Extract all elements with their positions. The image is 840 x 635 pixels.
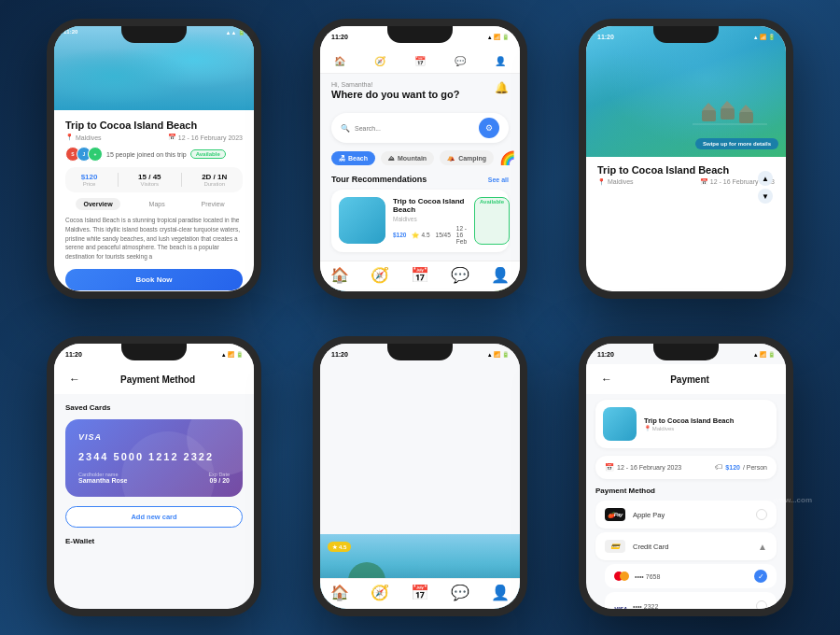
p5-bottom-nav: 🏠 🧭 📅 💬 👤 — [320, 578, 520, 609]
phone6-notch — [653, 344, 719, 360]
phone4-notch — [121, 344, 187, 360]
phone3-screen: 11:20 ▲ 📶 🔋 Swipe up for more details — [586, 26, 786, 291]
down-arrow-icon[interactable]: ▼ — [758, 189, 773, 204]
p6-trip-meta: 📅 12 - 16 February 2023 🏷 $120 / Person — [595, 456, 777, 479]
p5-compass-icon[interactable]: 🧭 — [371, 584, 389, 601]
category-mountain[interactable]: ⛰ Mountain — [381, 151, 434, 165]
bell-icon[interactable]: 🔔 — [495, 81, 509, 94]
chevron-up-icon: ▲ — [758, 542, 767, 552]
p6-price-meta: 🏷 $120 / Person — [715, 463, 767, 472]
p2-heading: Where do you want to go? — [331, 89, 460, 100]
ewallet-label: E-Wallet — [65, 537, 243, 545]
p2-bottom-nav: 🏠 🧭 📅 💬 👤 — [320, 261, 520, 291]
tab-overview[interactable]: Overview — [76, 198, 119, 210]
water-villas-svg — [693, 92, 767, 138]
apple-pay-label: Apple Pay — [633, 511, 749, 519]
p5-profile-icon[interactable]: 👤 — [491, 584, 510, 601]
tours-section-title: Tour Recommendations — [331, 175, 427, 184]
category-camping[interactable]: ⛺ Camping — [440, 150, 494, 165]
p5-calendar-icon[interactable]: 📅 — [411, 584, 429, 601]
scroll-arrows: ▲ ▼ — [758, 171, 773, 204]
p3-location-row: 📍 Maldives 📅 12 - 16 February 2023 — [597, 178, 775, 186]
tour-meta: $120 ⭐ 4.5 15/45 12 - 16 Feb — [393, 225, 467, 245]
credit-card-label: Credit Card — [633, 543, 750, 551]
bottom-calendar-icon[interactable]: 📅 — [411, 266, 429, 284]
bottom-home-icon[interactable]: 🏠 — [330, 266, 349, 284]
p4-back-button[interactable]: ← — [65, 370, 84, 388]
svg-marker-7 — [702, 103, 716, 110]
p5-status-icons: ▲ 📶 🔋 — [487, 351, 509, 358]
p6-mastercard-option[interactable]: •••• 7658 ✓ — [605, 564, 777, 588]
phone-payment-method: 11:20 ▲ 📶 🔋 ← Payment Method Saved Cards… — [47, 336, 261, 616]
p4-header: ← Payment Method — [54, 364, 254, 394]
phone5-notch — [387, 344, 453, 360]
card-footer: Cardholder name Samantha Rose Exp Date 0… — [78, 472, 230, 484]
p4-time: 11:20 — [65, 351, 82, 358]
phone6-screen: 11:20 ▲ 📶 🔋 ← Payment Trip to Cocoa Isla… — [586, 344, 786, 609]
p1-location-text: Maldives — [76, 134, 102, 141]
book-now-button[interactable]: Book Now — [65, 269, 243, 290]
p5-home-icon[interactable]: 🏠 — [330, 584, 349, 601]
svg-rect-10 — [739, 112, 753, 123]
saved-cards-label: Saved Cards — [65, 403, 243, 412]
p1-location-row: 📍 Maldives 📅 12 - 16 February 2023 — [65, 134, 243, 141]
nav-chat-icon[interactable]: 💬 — [452, 52, 469, 69]
p2-body: Hi, Samantha! Where do you want to go? 🔔… — [320, 74, 520, 291]
p4-status-icons: ▲ 📶 🔋 — [221, 351, 243, 358]
up-arrow-icon[interactable]: ▲ — [758, 171, 773, 186]
bottom-chat-icon[interactable]: 💬 — [451, 266, 469, 284]
visa-card-number: •••• 2322 — [633, 603, 750, 610]
bottom-profile-icon[interactable]: 👤 — [491, 266, 510, 284]
nav-calendar-icon[interactable]: 📅 — [412, 52, 428, 69]
tour-card[interactable]: Trip to Cocoa Island Beach Maldives $120… — [331, 190, 509, 252]
more-categories-icon[interactable]: 🌈 — [499, 150, 515, 165]
nav-compass-icon[interactable]: 🧭 — [371, 52, 388, 69]
phone-main-search: 11:20 ▲ 📶 🔋 🏠 🧭 📅 💬 👤 Hi, Samantha! Wher… — [313, 19, 527, 299]
p5-chat-icon[interactable]: 💬 — [451, 584, 469, 601]
category-beach[interactable]: 🏖 Beach — [331, 151, 375, 165]
camping-icon: ⛺ — [447, 154, 455, 162]
duration-value: 2D / 1N — [202, 173, 227, 181]
p6-apple-pay-option[interactable]: 🍎 Pay Apple Pay — [595, 501, 777, 529]
p4-header-title: Payment Method — [91, 374, 224, 385]
tours-see-all[interactable]: See all — [488, 176, 509, 183]
mastercard-number: •••• 7658 — [635, 573, 749, 580]
price-label: Price — [81, 181, 98, 187]
svg-marker-11 — [739, 105, 753, 112]
add-card-button[interactable]: Add new card — [65, 506, 243, 528]
p3-status-icons: ▲ 📶 🔋 — [753, 34, 775, 40]
nav-profile-icon[interactable]: 👤 — [492, 52, 509, 69]
p5-rating-badge: ★ 4.5 — [328, 542, 351, 552]
nav-home-icon[interactable]: 🏠 — [331, 52, 348, 69]
p6-visa-option[interactable]: VISA •••• 2322 — [605, 592, 777, 609]
apple-pay-radio[interactable] — [756, 509, 767, 520]
p2-status-icons: ▲ 📶 🔋 — [487, 34, 509, 40]
visa-logo: VISA — [78, 432, 230, 442]
exp-date: 09 / 20 — [208, 477, 230, 484]
p2-search-bar[interactable]: 🔍 ⚙ — [331, 113, 509, 143]
phones-grid: 11:20 ▲▲ 🔋 Trip to Cocoa Island Beach 📍 … — [0, 0, 840, 635]
visa-card: VISA 2344 5000 1212 2322 Cardholder name… — [65, 419, 243, 497]
search-input[interactable] — [355, 125, 474, 132]
p6-payment-section: Payment Method 🍎 Pay Apple Pay 💳 Credit … — [595, 487, 777, 609]
tab-preview[interactable]: Preview — [194, 198, 232, 210]
visa-radio[interactable] — [756, 600, 767, 609]
available-badge: Available — [190, 149, 226, 159]
p6-credit-card-option[interactable]: 💳 Credit Card ▲ — [595, 532, 777, 560]
p2-time: 11:20 — [331, 34, 348, 40]
p1-date-range: 12 - 16 February 2023 — [178, 134, 243, 141]
watermark-text: www...com — [774, 496, 813, 504]
tab-maps[interactable]: Maps — [142, 198, 173, 210]
phone4-screen: 11:20 ▲ 📶 🔋 ← Payment Method Saved Cards… — [54, 344, 254, 609]
stat-price: $120 Price — [81, 173, 98, 187]
p5-time: 11:20 — [331, 351, 348, 358]
swipe-details-button[interactable]: Swipe up for more details — [695, 138, 778, 149]
visa-logo-small: VISA — [614, 598, 627, 609]
svg-rect-6 — [702, 110, 716, 121]
filter-button[interactable]: ⚙ — [479, 118, 499, 138]
p6-back-button[interactable]: ← — [597, 370, 616, 388]
bottom-compass-icon[interactable]: 🧭 — [371, 266, 389, 284]
p6-trip-thumbnail — [603, 407, 637, 441]
p6-status-icons: ▲ 📶 🔋 — [753, 351, 775, 358]
p2-greeting: Hi, Samantha! — [331, 81, 460, 88]
